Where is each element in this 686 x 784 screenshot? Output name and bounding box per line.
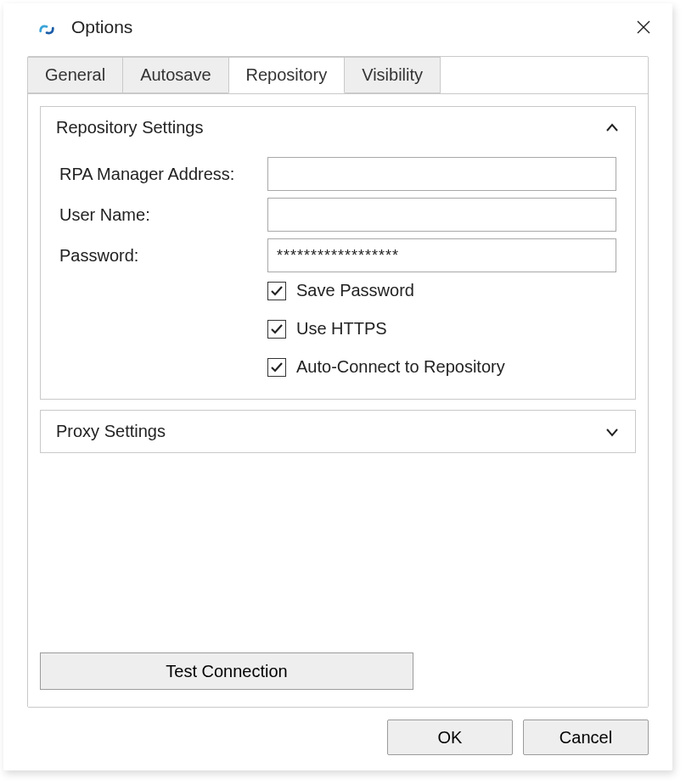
spacer bbox=[40, 463, 636, 647]
chevron-down-icon bbox=[604, 424, 620, 440]
proxy-settings-title: Proxy Settings bbox=[56, 422, 166, 441]
address-row: RPA Manager Address: bbox=[59, 157, 616, 191]
auto-connect-checkbox[interactable] bbox=[267, 358, 286, 377]
tab-repository[interactable]: Repository bbox=[228, 57, 346, 93]
check-icon bbox=[270, 284, 284, 298]
repository-settings-header[interactable]: Repository Settings bbox=[41, 107, 635, 148]
checkbox-group: Save Password Use HTTPS bbox=[59, 281, 616, 377]
test-connection-button[interactable]: Test Connection bbox=[40, 652, 413, 690]
save-password-label: Save Password bbox=[296, 281, 414, 300]
address-label: RPA Manager Address: bbox=[59, 165, 267, 184]
address-input[interactable] bbox=[267, 157, 616, 191]
cancel-button[interactable]: Cancel bbox=[523, 720, 649, 755]
window-title: Options bbox=[71, 17, 132, 37]
close-button[interactable] bbox=[628, 12, 659, 42]
tab-panel-repository: Repository Settings RPA Manager Address: bbox=[28, 93, 648, 707]
tab-container: General Autosave Repository Visibility R… bbox=[27, 56, 649, 708]
app-icon bbox=[37, 20, 56, 39]
close-icon bbox=[636, 20, 651, 35]
use-https-checkbox[interactable] bbox=[267, 320, 286, 339]
username-row: User Name: bbox=[59, 198, 616, 232]
username-input[interactable] bbox=[267, 198, 616, 232]
dialog-button-row: OK Cancel bbox=[27, 720, 649, 755]
repository-settings-title: Repository Settings bbox=[56, 118, 203, 137]
proxy-settings-header[interactable]: Proxy Settings bbox=[41, 411, 635, 452]
save-password-row: Save Password bbox=[59, 281, 616, 300]
chevron-up-icon bbox=[604, 120, 620, 136]
options-dialog: Options General Autosave Repository Visi… bbox=[3, 3, 672, 770]
auto-connect-row: Auto-Connect to Repository bbox=[59, 357, 616, 377]
proxy-settings-section: Proxy Settings bbox=[40, 410, 636, 453]
titlebar: Options bbox=[3, 3, 672, 51]
password-input[interactable] bbox=[267, 238, 616, 272]
repository-settings-body: RPA Manager Address: User Name: Password… bbox=[41, 148, 635, 399]
check-icon bbox=[270, 322, 284, 336]
save-password-checkbox[interactable] bbox=[267, 282, 286, 300]
username-label: User Name: bbox=[59, 205, 267, 225]
repository-settings-section: Repository Settings RPA Manager Address: bbox=[40, 106, 636, 400]
check-icon bbox=[270, 361, 284, 374]
use-https-label: Use HTTPS bbox=[296, 319, 387, 339]
tabstrip: General Autosave Repository Visibility bbox=[28, 57, 648, 93]
password-row: Password: bbox=[59, 238, 616, 272]
tab-general[interactable]: General bbox=[28, 57, 123, 93]
auto-connect-label: Auto-Connect to Repository bbox=[296, 357, 505, 377]
ok-button[interactable]: OK bbox=[387, 720, 513, 755]
tab-visibility[interactable]: Visibility bbox=[344, 57, 441, 93]
content: General Autosave Repository Visibility R… bbox=[3, 51, 672, 770]
password-label: Password: bbox=[59, 246, 267, 266]
use-https-row: Use HTTPS bbox=[59, 319, 616, 339]
tab-autosave[interactable]: Autosave bbox=[122, 57, 228, 93]
